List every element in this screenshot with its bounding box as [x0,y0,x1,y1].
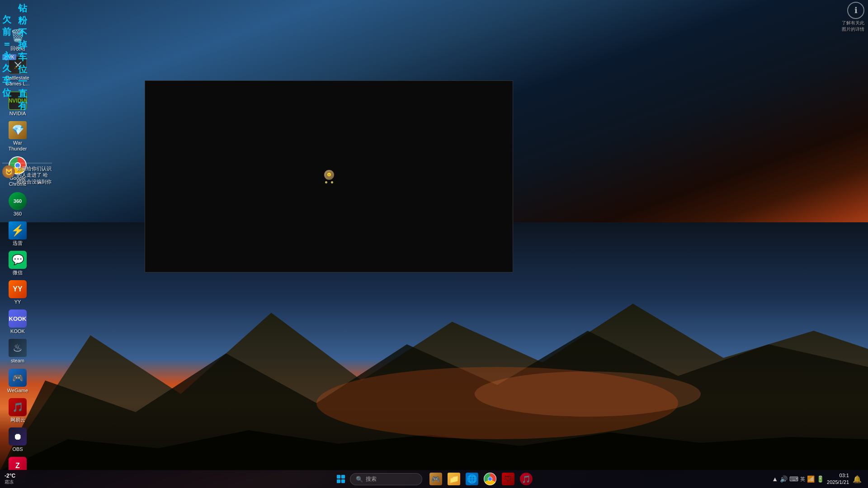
neteasecloud-icon: 🎵 [9,398,27,416]
chat-text-line2: 欠前＝永久车位 [2,14,11,98]
windows-logo [337,475,345,483]
wechat-progress-bar [2,163,52,164]
win-square-tl [337,475,340,479]
taskbar: -2°C 霜冻 🔍 搜索 🎮 📁 [0,470,868,488]
chat-message-row: 🐱 如果给你们认识的人走进了 哈哈哈合没骗到你 [2,165,52,185]
taskbar-left: -2°C 霜冻 [0,472,99,486]
keyboard-icon[interactable]: ⌨ [789,475,798,483]
game-content: 😐 [145,81,513,272]
top-right-text1: 了解有关此 [842,20,864,26]
game-cursor-icon: 😐 [324,170,334,183]
taskbar-app-game[interactable]: 🎮 [428,471,444,487]
taskbar-right: ▲ 🔊 ⌨ 英 📶 🔋 03:1 2025/1/21 🔔 [772,472,868,486]
weather-temp: -2°C [5,473,15,479]
search-icon: 🔍 [356,476,363,483]
notification-panel-button[interactable]: 🔔 [852,474,863,484]
wechat-icon: 💬 [9,251,27,269]
desktop-chat-notification: 🐱 如果给你们认识的人走进了 哈哈哈合没骗到你 [2,163,52,185]
taskbar-search[interactable]: 🔍 搜索 [350,473,422,485]
network-icon[interactable]: ▲ [772,475,778,483]
desktop-icon-neteasecloud[interactable]: 🎵 网易云 [1,396,34,425]
kook-icon: KOOK [9,310,27,328]
taskbar-apps: 🎮 📁 🌐 🛡 🎵 [424,471,538,487]
svg-point-5 [475,371,701,417]
blue-arrow-icon: ⚡ [9,221,27,239]
steam-label: steam [11,358,24,364]
taskbar-app-edge[interactable]: 🌐 [464,471,480,487]
desktop-icon-steam[interactable]: ♨ steam [1,337,34,366]
cursor-head: 😐 [324,170,334,180]
game-window[interactable]: 😐 [145,80,513,272]
chat-message-text: 如果给你们认识的人走进了 哈哈哈合没骗到你 [17,165,52,185]
top-right-panel: ℹ 了解有关此 图片的详情 [842,2,864,33]
desktop-icon-obs[interactable]: ⏺ OBS [1,426,34,454]
music-icon: 🎵 [520,473,533,485]
weather-widget[interactable]: -2°C 霜冻 [2,472,18,486]
cursor-orbit-dots [325,181,333,183]
antivirus-icon: 🛡 [502,473,514,485]
desktop-icon-wegame[interactable]: 🎮 WeGame [1,367,34,395]
desktop-icon-360[interactable]: 360 360 [1,190,34,219]
win-square-br [341,479,345,483]
win-square-bl [337,479,340,483]
taskbar-chrome-icon [484,473,496,485]
cursor-dot-right [331,181,333,183]
chat-text-line1: 钻粉不掉车位一直有 [18,2,27,112]
system-tray-icons: ▲ 🔊 ⌨ 英 📶 🔋 [772,475,824,483]
taskbar-app-music[interactable]: 🎵 [518,471,534,487]
info-circle-icon[interactable]: ℹ [847,2,864,19]
volume-icon[interactable]: 🔊 [780,475,788,483]
wechat-label: 微信 [13,270,23,276]
taskbar-clock[interactable]: 03:1 2025/1/21 [827,472,849,486]
battery-icon[interactable]: 🔋 [816,475,824,483]
desktop-icon-kook[interactable]: KOOK KOOK [1,308,34,336]
cursor-dot-left [325,181,327,183]
chrome-center [488,477,492,481]
wegame-icon: 🎮 [9,369,27,387]
search-placeholder-text: 搜索 [366,475,377,483]
yy-label: YY [14,299,21,305]
taskbar-app-file-explorer[interactable]: 📁 [446,471,462,487]
desktop-icon-blue-arrow[interactable]: ⚡ 迅雷 [1,220,34,248]
neteasecloud-label: 网易云 [10,417,25,423]
wifi-icon[interactable]: 📶 [807,475,815,483]
start-button[interactable] [334,472,348,486]
chat-sender-avatar: 🐱 [2,165,15,178]
war-thunder-label: WarThunder [9,140,27,152]
clock-date: 2025/1/21 [827,479,849,486]
desktop-icon-wechat[interactable]: 💬 微信 [1,249,34,277]
taskbar-game-icon: 🎮 [429,473,442,485]
weather-status: 霜冻 [5,479,14,485]
obs-label: OBS [12,446,23,452]
file-explorer-icon: 📁 [448,473,460,485]
taskbar-app-antivirus[interactable]: 🛡 [500,471,516,487]
win-square-tr [341,475,345,479]
360-label: 360 [14,211,22,217]
steam-icon: ♨ [9,339,27,357]
obs-icon: ⏺ [9,427,27,446]
cursor-face-inner: 😐 [326,172,332,178]
desktop-icon-yy[interactable]: YY YY [1,278,34,307]
war-thunder-icon: 💎 [9,121,27,139]
taskbar-center: 🔍 搜索 🎮 📁 🌐 🛡 [99,471,772,487]
wegame-label: WeGame [7,388,28,394]
notification-icon: 🔔 [853,475,862,483]
kook-label: KOOK [10,328,25,334]
clock-time: 03:1 [840,472,849,479]
taskbar-app-chrome[interactable] [482,471,498,487]
blue-arrow-label: 迅雷 [13,240,23,246]
top-right-text2: 图片的详情 [842,26,864,33]
yy-icon: YY [9,280,27,298]
desktop-icon-war-thunder[interactable]: 💎 WarThunder [1,119,34,154]
ime-icon[interactable]: 英 [800,476,805,483]
edge-icon: 🌐 [466,473,478,485]
360-icon: 360 [9,192,27,210]
